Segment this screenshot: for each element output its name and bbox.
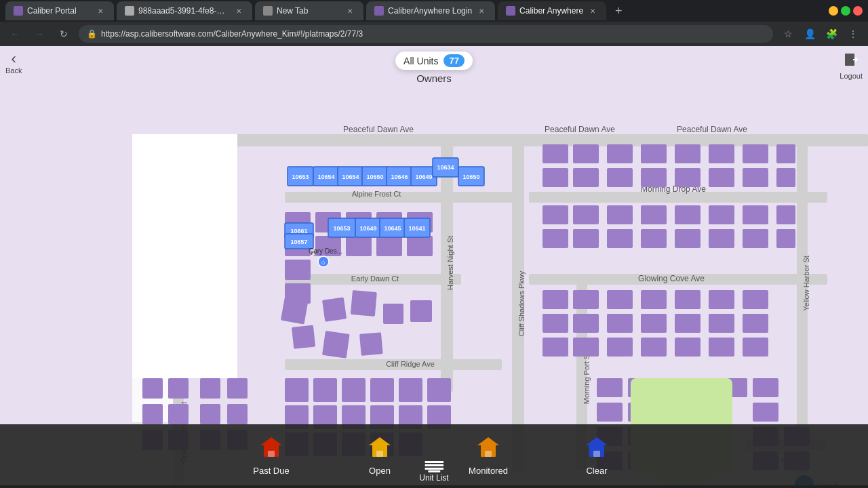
svg-rect-61 [776,229,795,248]
svg-text:Peaceful Dawn Ave: Peaceful Dawn Ave [677,125,747,134]
tab-favicon [374,6,384,16]
tab-favicon [506,6,515,16]
svg-rect-82 [743,338,768,357]
svg-rect-63 [573,290,599,309]
svg-rect-204 [425,464,443,466]
close-button[interactable] [853,6,863,16]
svg-rect-13 [132,134,237,378]
svg-rect-116 [285,260,311,280]
url-text: https://asp.calibersoftware.com/CaliberA… [101,29,363,39]
svg-rect-53 [776,205,795,224]
monitored-label: Monitored [469,466,508,476]
top-bar: All Units 77 Owners [0,46,868,84]
svg-marker-195 [369,437,391,445]
svg-rect-121 [383,304,403,324]
tab-close-icon[interactable]: ✕ [587,5,598,16]
svg-rect-44 [743,168,768,187]
forward-nav-button[interactable]: → [30,24,49,43]
past-due-label: Past Due [253,466,289,476]
svg-marker-192 [260,437,282,445]
unit-list-label: Unit List [419,473,448,483]
svg-rect-193 [268,451,275,457]
new-tab-button[interactable]: + [609,1,628,20]
svg-text:10646: 10646 [391,174,408,180]
svg-rect-62 [542,290,568,309]
monitored-button[interactable]: Monitored [434,434,542,476]
map-container: Peaceful Dawn Ave Peaceful Dawn Ave Peac… [0,46,868,485]
tab-close-icon[interactable]: ✕ [476,5,487,16]
svg-rect-146 [168,404,189,424]
tab-close-icon[interactable]: ✕ [95,5,106,16]
back-nav-button[interactable]: ← [5,24,24,43]
svg-rect-93 [753,403,778,422]
svg-rect-48 [607,205,633,224]
logout-button[interactable]: Logout [840,52,863,80]
address-bar-row: ← → ↻ 🔒 https://asp.calibersoftware.com/… [0,22,868,46]
owners-label: Owners [416,73,452,84]
svg-text:10650: 10650 [462,174,479,180]
svg-text:10641: 10641 [408,225,425,232]
svg-rect-55 [573,229,599,248]
svg-rect-54 [542,229,568,248]
svg-rect-73 [675,314,701,333]
svg-rect-39 [573,168,599,187]
svg-rect-35 [709,144,734,163]
open-button[interactable]: Open [326,434,434,476]
all-units-badge[interactable]: All Units 77 [395,52,473,70]
maximize-button[interactable] [841,6,850,16]
svg-rect-113 [346,236,372,256]
svg-rect-71 [607,314,633,333]
svg-rect-150 [200,404,220,424]
svg-rect-124 [322,331,350,359]
clear-button[interactable]: Clear [542,434,651,476]
svg-rect-129 [370,378,394,402]
svg-rect-189 [845,54,854,66]
svg-rect-45 [776,168,795,187]
open-label: Open [369,466,391,476]
tab-caliber-portal[interactable]: Caliber Portal ✕ [5,1,114,20]
svg-rect-83 [597,378,623,397]
profile-icon[interactable]: 👤 [800,24,819,43]
svg-rect-42 [675,168,701,187]
svg-rect-202 [593,451,600,457]
svg-rect-149 [200,378,220,399]
svg-text:10634: 10634 [437,164,454,171]
svg-rect-88 [753,378,778,397]
title-bar: Caliber Portal ✕ 988aaad5-3991-4fe8-bcb6… [0,0,868,22]
past-due-button[interactable]: Past Due [217,434,326,476]
tab-close-icon[interactable]: ✕ [344,5,355,16]
svg-rect-145 [142,404,163,424]
svg-rect-81 [709,338,734,357]
past-due-icon [257,434,285,463]
tab-favicon [125,6,134,16]
svg-rect-49 [641,205,667,224]
tab-caliber-anywhere[interactable]: Caliber Anywhere ✕ [498,1,606,20]
svg-text:Peaceful Dawn Ave: Peaceful Dawn Ave [545,125,615,134]
unit-list-button[interactable]: Unit List [419,461,448,485]
svg-rect-72 [641,314,667,333]
svg-text:Cliff Shadows Pkwy: Cliff Shadows Pkwy [517,270,526,336]
reload-button[interactable]: ↻ [54,24,73,43]
open-icon [366,434,394,463]
svg-rect-70 [573,314,599,333]
svg-rect-152 [227,378,248,399]
menu-icon[interactable]: ⋮ [844,24,863,43]
svg-rect-114 [376,236,402,256]
svg-text:Glowing Cove Ave: Glowing Cove Ave [638,274,705,283]
svg-text:10645: 10645 [384,225,401,232]
tab-caliber-login[interactable]: CaliberAnywhere Login ✕ [366,1,495,20]
tab-hash[interactable]: 988aaad5-3991-4fe8-bcb6-134... ✕ [117,1,252,20]
svg-text:Cary Des...: Cary Des... [309,247,342,255]
tab-title: 988aaad5-3991-4fe8-bcb6-134... [138,6,229,16]
extensions-icon[interactable]: 🧩 [822,24,841,43]
svg-rect-50 [675,205,701,224]
address-bar[interactable]: 🔒 https://asp.calibersoftware.com/Calibe… [79,25,773,43]
svg-marker-201 [586,437,608,445]
tab-close-icon[interactable]: ✕ [233,5,244,16]
tab-new[interactable]: New Tab ✕ [255,1,363,20]
svg-rect-38 [542,168,568,187]
minimize-button[interactable] [829,6,838,16]
svg-rect-57 [641,229,667,248]
bookmark-icon[interactable]: ☆ [778,24,797,43]
map-svg: Peaceful Dawn Ave Peaceful Dawn Ave Peac… [0,46,868,485]
